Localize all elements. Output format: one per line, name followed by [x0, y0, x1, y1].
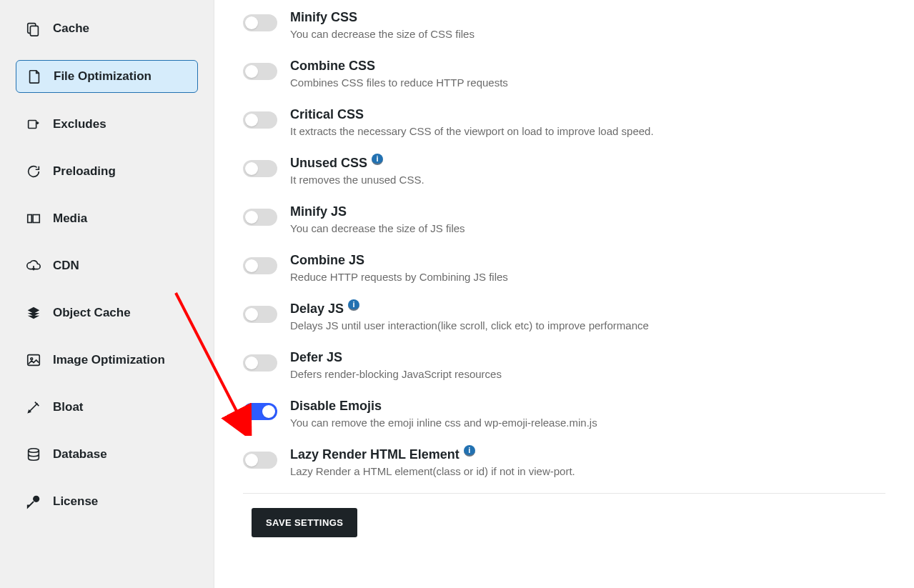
setting-row-lazy-render-html-element: Lazy Render HTML Element i Lazy Render a… [243, 437, 885, 477]
media-icon [26, 211, 41, 226]
sidebar-item-label: File Optimization [54, 69, 151, 84]
setting-title: Delay JS i [290, 302, 359, 317]
sidebar-item-label: License [53, 494, 98, 509]
setting-row-disable-emojis: Disable Emojis You can remove the emoji … [243, 389, 885, 429]
sidebar-item-media[interactable]: Media [16, 203, 198, 234]
setting-description: Defers render-blocking JavaScript resour… [290, 368, 502, 380]
setting-title: Combine JS [290, 253, 364, 268]
setting-text: Combine CSS Combines CSS files to reduce… [290, 59, 508, 89]
sidebar-item-image-optimization[interactable]: Image Optimization [16, 344, 198, 376]
setting-text: Delay JS i Delays JS until user interact… [290, 302, 649, 332]
svg-point-6 [31, 358, 33, 360]
setting-title: Critical CSS [290, 107, 364, 122]
file-icon [26, 69, 42, 84]
bloat-icon [26, 399, 41, 415]
setting-title: Disable Emojis [290, 399, 382, 414]
cache-icon [26, 21, 41, 36]
info-icon[interactable]: i [348, 299, 359, 311]
excludes-icon [26, 116, 41, 132]
setting-description: It removes the unused CSS. [290, 174, 424, 186]
divider [243, 493, 885, 494]
setting-text: Minify CSS You can decrease the size of … [290, 10, 475, 40]
sidebar-item-label: Media [53, 211, 87, 226]
toggle-disable-emojis[interactable] [243, 403, 277, 420]
toggle-critical-css[interactable] [243, 111, 277, 129]
setting-row-critical-css: Critical CSS It extracts the necessary C… [243, 97, 885, 137]
setting-title: Minify CSS [290, 10, 357, 25]
sidebar-item-label: Cache [53, 21, 89, 36]
sidebar: Cache File Optimization Excludes Preload… [0, 0, 214, 588]
setting-description: It extracts the necessary CSS of the vie… [290, 125, 654, 137]
toggle-defer-js[interactable] [243, 354, 277, 372]
svg-rect-1 [30, 26, 38, 36]
sidebar-item-object-cache[interactable]: Object Cache [16, 297, 198, 329]
toggle-minify-js[interactable] [243, 209, 277, 226]
setting-row-combine-css: Combine CSS Combines CSS files to reduce… [243, 49, 885, 89]
setting-title: Combine CSS [290, 59, 375, 74]
sidebar-item-label: Image Optimization [53, 353, 165, 367]
setting-row-combine-js: Combine JS Reduce HTTP requests by Combi… [243, 243, 885, 283]
svg-rect-4 [33, 215, 39, 223]
image-optimization-icon [26, 352, 41, 368]
setting-text: Unused CSS i It removes the unused CSS. [290, 156, 424, 186]
sidebar-item-bloat[interactable]: Bloat [16, 392, 198, 423]
sidebar-item-cdn[interactable]: CDN [16, 250, 198, 281]
sidebar-item-preloading[interactable]: Preloading [16, 156, 198, 187]
setting-text: Combine JS Reduce HTTP requests by Combi… [290, 253, 508, 283]
setting-description: Reduce HTTP requests by Combining JS fil… [290, 271, 508, 283]
object-cache-icon [26, 305, 41, 321]
setting-text: Critical CSS It extracts the necessary C… [290, 107, 654, 137]
setting-description: Delays JS until user interaction(like sc… [290, 319, 649, 332]
sidebar-item-license[interactable]: License [16, 486, 198, 517]
setting-description: You can decrease the size of JS files [290, 222, 465, 234]
setting-title: Unused CSS i [290, 156, 383, 171]
info-icon[interactable]: i [372, 154, 383, 165]
setting-row-minify-js: Minify JS You can decrease the size of J… [243, 194, 885, 234]
sidebar-item-cache[interactable]: Cache [16, 13, 198, 44]
sidebar-item-label: Preloading [53, 164, 116, 179]
preloading-icon [26, 164, 41, 179]
database-icon [26, 447, 41, 462]
toggle-combine-js[interactable] [243, 257, 277, 274]
info-icon[interactable]: i [464, 445, 475, 457]
svg-point-8 [33, 496, 39, 502]
setting-row-minify-css: Minify CSS You can decrease the size of … [243, 0, 885, 40]
setting-description: Lazy Render a HTML element(class or id) … [290, 465, 575, 477]
settings-list: Minify CSS You can decrease the size of … [243, 0, 885, 477]
svg-rect-2 [29, 121, 36, 129]
setting-text: Lazy Render HTML Element i Lazy Render a… [290, 447, 575, 477]
sidebar-item-database[interactable]: Database [16, 439, 198, 470]
setting-description: You can remove the emoji inline css and … [290, 417, 597, 429]
setting-title: Minify JS [290, 204, 347, 219]
setting-row-unused-css: Unused CSS i It removes the unused CSS. [243, 146, 885, 186]
sidebar-item-file-optimization[interactable]: File Optimization [16, 60, 198, 93]
svg-rect-5 [28, 355, 40, 366]
setting-text: Minify JS You can decrease the size of J… [290, 204, 465, 234]
cdn-icon [26, 258, 41, 274]
toggle-delay-js[interactable] [243, 306, 277, 323]
toggle-minify-css[interactable] [243, 14, 277, 31]
setting-row-defer-js: Defer JS Defers render-blocking JavaScri… [243, 340, 885, 380]
toggle-lazy-render-html-element[interactable] [243, 452, 277, 469]
sidebar-item-label: Database [53, 447, 107, 462]
setting-row-delay-js: Delay JS i Delays JS until user interact… [243, 291, 885, 332]
svg-rect-3 [28, 215, 32, 223]
setting-title: Lazy Render HTML Element i [290, 447, 475, 462]
sidebar-item-excludes[interactable]: Excludes [16, 109, 198, 140]
toggle-unused-css[interactable] [243, 160, 277, 177]
setting-description: Combines CSS files to reduce HTTP reques… [290, 76, 508, 89]
setting-title: Defer JS [290, 350, 342, 365]
setting-text: Defer JS Defers render-blocking JavaScri… [290, 350, 502, 380]
sidebar-item-label: CDN [53, 259, 79, 273]
toggle-combine-css[interactable] [243, 63, 277, 80]
save-settings-button[interactable]: SAVE SETTINGS [252, 508, 357, 537]
setting-description: You can decrease the size of CSS files [290, 28, 475, 40]
sidebar-item-label: Bloat [53, 400, 84, 414]
setting-text: Disable Emojis You can remove the emoji … [290, 399, 597, 429]
svg-point-7 [29, 449, 39, 453]
main-content: Minify CSS You can decrease the size of … [214, 0, 914, 588]
license-icon [26, 494, 41, 509]
sidebar-item-label: Excludes [53, 117, 106, 131]
sidebar-item-label: Object Cache [53, 306, 131, 320]
